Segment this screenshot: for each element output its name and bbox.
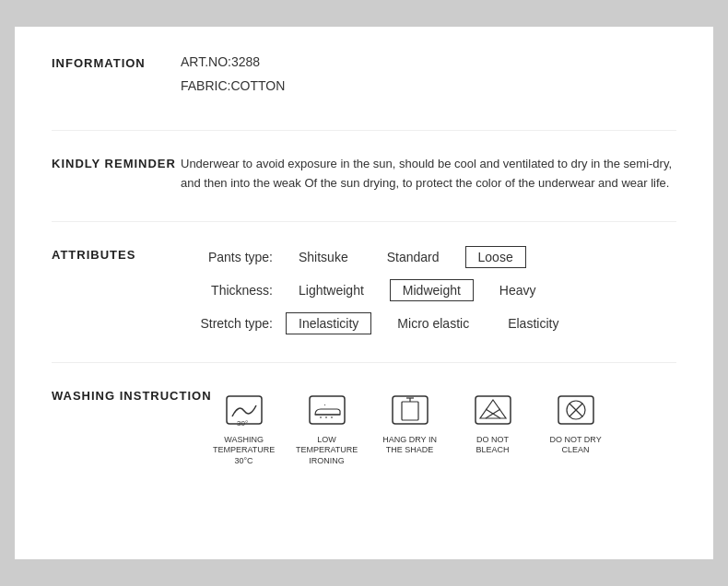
washing-icons: 30° WASHING TEMPERATURE 30°C ・: [212, 391, 676, 467]
information-content: ART.NO:3288 FABRIC:COTTON: [181, 54, 676, 102]
reminder-content: Underwear to avoid exposure in the sun, …: [181, 155, 676, 193]
wash-temp-icon: 30°: [225, 391, 264, 429]
option-elasticity: Elasticity: [495, 312, 571, 334]
option-inelasticity: Inelasticity: [286, 312, 371, 334]
wash-icon-dry-clean: DO NOT DRY CLEAN: [544, 391, 608, 467]
svg-rect-9: [402, 402, 418, 420]
reminder-label: KINDLY REMINDER: [52, 155, 181, 193]
hang-dry-icon: [391, 391, 429, 429]
thickness-row: Thickness: Lightweight Midweight Heavy: [181, 279, 676, 301]
wash-icon-hang: HANG DRY IN THE SHADE: [378, 391, 442, 467]
wash-temp-label: WASHING TEMPERATURE 30°C: [212, 435, 276, 467]
option-midweight: Midweight: [390, 279, 474, 301]
thickness-label: Thickness:: [181, 283, 273, 298]
option-standard: Standard: [374, 246, 452, 268]
pants-type-label: Pants type:: [181, 250, 273, 264]
hang-dry-label: HANG DRY IN THE SHADE: [378, 435, 442, 456]
option-lightweight: Lightweight: [286, 279, 377, 301]
svg-marker-13: [480, 400, 506, 418]
wash-icon-temp: 30° WASHING TEMPERATURE 30°C: [212, 391, 276, 467]
option-shitsuke: Shitsuke: [286, 246, 361, 268]
product-info-card: INFORMATION ART.NO:3288 FABRIC:COTTON KI…: [14, 26, 714, 560]
iron-label: LOW TEMPERATURE IRONING: [295, 435, 359, 467]
attributes-section: ATTRIBUTES Pants type: Shitsuke Standard…: [52, 246, 676, 334]
attributes-table: Pants type: Shitsuke Standard Loose Thic…: [181, 246, 676, 334]
no-dry-clean-label: DO NOT DRY CLEAN: [544, 435, 608, 456]
option-micro-elastic: Micro elastic: [384, 312, 482, 334]
option-heavy: Heavy: [487, 279, 549, 301]
wash-icon-iron: ・ LOW TEMPERATURE IRONING: [295, 391, 359, 467]
stretch-type-label: Stretch type:: [181, 316, 273, 331]
attributes-label: ATTRIBUTES: [52, 246, 181, 334]
iron-icon: ・: [308, 391, 346, 429]
information-label: INFORMATION: [52, 54, 181, 102]
art-no: ART.NO:3288: [181, 54, 676, 69]
no-bleach-icon: [474, 391, 512, 429]
washing-label: WASHING INSTRUCTION: [52, 387, 212, 403]
no-bleach-label: DO NOT BLEACH: [461, 435, 525, 456]
option-loose: Loose: [465, 246, 526, 268]
no-dry-clean-icon: [557, 391, 595, 429]
svg-text:・: ・: [322, 402, 328, 408]
reminder-text: Underwear to avoid exposure in the sun, …: [181, 155, 676, 193]
attributes-content: Pants type: Shitsuke Standard Loose Thic…: [181, 246, 676, 334]
pants-type-row: Pants type: Shitsuke Standard Loose: [181, 246, 676, 268]
reminder-section: KINDLY REMINDER Underwear to avoid expos…: [52, 155, 676, 193]
stretch-type-row: Stretch type: Inelasticity Micro elastic…: [181, 312, 676, 334]
washing-content: 30° WASHING TEMPERATURE 30°C ・: [212, 387, 676, 467]
svg-text:30°: 30°: [237, 419, 248, 428]
information-section: INFORMATION ART.NO:3288 FABRIC:COTTON: [52, 54, 676, 102]
wash-icon-bleach: DO NOT BLEACH: [461, 391, 525, 467]
washing-section: WASHING INSTRUCTION 30° WASHING TEMPERAT…: [52, 387, 676, 467]
fabric: FABRIC:COTTON: [181, 78, 676, 93]
